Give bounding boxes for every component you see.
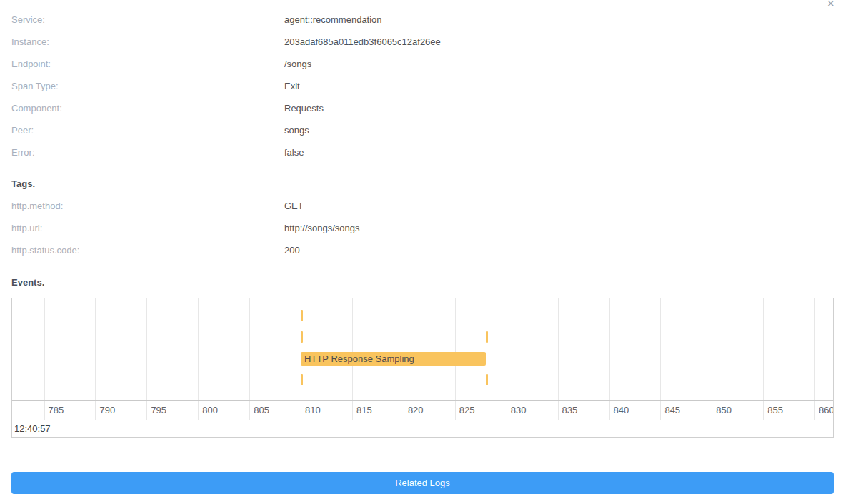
axis-tick-label: 795 xyxy=(146,405,166,415)
event-tick[interactable] xyxy=(486,331,488,343)
detail-label: Component: xyxy=(11,103,284,114)
chart-plot-area[interactable]: HTTP Response Sampling xyxy=(12,298,833,401)
event-tick[interactable] xyxy=(301,310,303,321)
related-logs-button[interactable]: Related Logs xyxy=(11,472,834,494)
detail-value: agent::recommendation xyxy=(284,14,382,25)
detail-row-endpoint: Endpoint: /songs xyxy=(11,53,832,75)
axis-tick-label: 840 xyxy=(609,405,629,415)
detail-row-service: Service: agent::recommendation xyxy=(11,9,832,31)
gridline xyxy=(609,298,610,400)
tag-value: GET xyxy=(284,201,304,211)
detail-row-error: Error: false xyxy=(11,141,832,163)
close-icon[interactable]: × xyxy=(827,0,834,10)
detail-value: false xyxy=(284,147,304,158)
event-tick[interactable] xyxy=(486,374,488,385)
detail-label: Peer: xyxy=(11,125,284,136)
event-tick[interactable] xyxy=(301,331,303,343)
gridline xyxy=(249,298,250,400)
axis-tick-label: 805 xyxy=(249,405,269,415)
detail-row-instance: Instance: 203adaf685a011edb3f6065c12af26… xyxy=(11,31,832,53)
tag-value: 200 xyxy=(284,245,300,256)
tags-heading: Tags. xyxy=(11,173,832,195)
tag-row-http-url: http.url: http://songs/songs xyxy=(11,217,832,239)
gridline xyxy=(507,298,507,400)
tag-row-http-status-code: http.status.code: 200 xyxy=(11,239,832,261)
gridline xyxy=(44,298,45,400)
detail-label: Instance: xyxy=(11,36,284,47)
axis-tick-label: 830 xyxy=(507,405,527,415)
span-details: Service: agent::recommendation Instance:… xyxy=(0,0,843,293)
event-bar[interactable]: HTTP Response Sampling xyxy=(301,352,486,366)
tag-label: http.url: xyxy=(11,223,284,233)
detail-value: /songs xyxy=(284,59,311,69)
gridline xyxy=(404,298,404,400)
detail-row-component: Component: Requests xyxy=(11,97,832,119)
gridline xyxy=(352,298,353,400)
axis-tick-label: 785 xyxy=(44,405,64,415)
events-timeline-chart: HTTP Response Sampling 78579079580080581… xyxy=(11,298,834,438)
axis-tick-label: 815 xyxy=(352,405,372,415)
detail-row-span-type: Span Type: Exit xyxy=(11,75,832,97)
tag-value: http://songs/songs xyxy=(284,223,360,233)
events-heading: Events. xyxy=(11,271,832,293)
tag-label: http.method: xyxy=(11,201,284,211)
gridline xyxy=(146,298,147,400)
axis-tick-label: 855 xyxy=(763,405,783,415)
chart-x-axis: 7857907958008058108158208258308358408458… xyxy=(12,401,833,420)
gridline xyxy=(455,298,456,400)
axis-tick-label: 820 xyxy=(404,405,424,415)
axis-tick-label: 860 xyxy=(814,405,834,415)
detail-label: Error: xyxy=(11,147,284,158)
event-tick[interactable] xyxy=(301,374,303,385)
chart-time-row: 12:40:57 xyxy=(12,420,833,437)
detail-row-peer: Peer: songs xyxy=(11,119,832,141)
gridline xyxy=(95,298,96,400)
detail-label: Span Type: xyxy=(11,81,284,91)
axis-tick-label: 850 xyxy=(712,405,732,415)
tag-row-http-method: http.method: GET xyxy=(11,195,832,217)
gridline xyxy=(814,298,815,400)
detail-value: Requests xyxy=(284,103,324,114)
gridline xyxy=(763,298,764,400)
detail-value: songs xyxy=(284,125,309,136)
gridline xyxy=(558,298,559,400)
gridline xyxy=(198,298,199,400)
axis-tick-label: 825 xyxy=(455,405,475,415)
detail-label: Service: xyxy=(11,14,284,25)
axis-tick-label: 835 xyxy=(558,405,578,415)
chart-time-label: 12:40:57 xyxy=(14,423,51,434)
tag-label: http.status.code: xyxy=(11,245,284,256)
axis-tick-label: 800 xyxy=(198,405,218,415)
detail-label: Endpoint: xyxy=(11,59,284,69)
axis-tick-label: 845 xyxy=(660,405,680,415)
detail-value: Exit xyxy=(284,81,300,91)
gridline xyxy=(660,298,661,400)
detail-value: 203adaf685a011edb3f6065c12af26ee xyxy=(284,36,441,47)
axis-tick-label: 810 xyxy=(301,405,321,415)
axis-tick-label: 790 xyxy=(95,405,115,415)
gridline xyxy=(712,298,712,400)
